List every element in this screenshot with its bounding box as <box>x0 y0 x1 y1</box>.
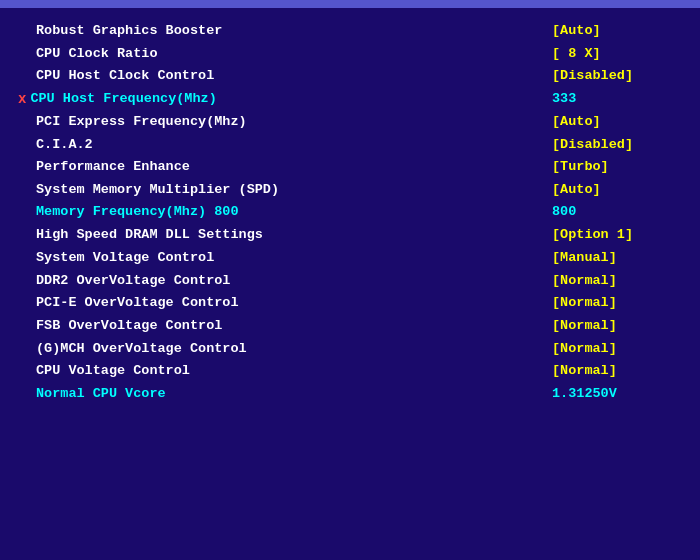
value-cpu-host-clock-control: [Disabled] <box>552 66 682 86</box>
bios-screen: Robust Graphics Booster[Auto]CPU Clock R… <box>0 0 700 560</box>
value-cpu-clock-ratio: [ 8 X] <box>552 44 682 64</box>
bios-row-memory-frequency: Memory Frequency(Mhz) 800800 <box>18 202 682 222</box>
value-pci-express-frequency: [Auto] <box>552 112 682 132</box>
label-cpu-voltage-control: CPU Voltage Control <box>36 361 552 381</box>
bios-row-cpu-voltage-control: CPU Voltage Control[Normal] <box>18 361 682 381</box>
label-system-voltage-control: System Voltage Control <box>36 248 552 268</box>
label-high-speed-dram: High Speed DRAM DLL Settings <box>36 225 552 245</box>
voltage-rows-container: System Voltage Control[Manual]DDR2 OverV… <box>18 248 682 403</box>
value-high-speed-dram: [Option 1] <box>552 225 682 245</box>
label-cpu-clock-ratio: CPU Clock Ratio <box>36 44 552 64</box>
label-pci-express-frequency: PCI Express Frequency(Mhz) <box>36 112 552 132</box>
x-marker-icon: x <box>18 89 26 109</box>
bios-row-fsb-overvoltage-control: FSB OverVoltage Control[Normal] <box>18 316 682 336</box>
bios-row-normal-cpu-vcore: Normal CPU Vcore1.31250V <box>18 384 682 404</box>
bios-row-robust-graphics-booster: Robust Graphics Booster[Auto] <box>18 21 682 41</box>
label-ddr2-overvoltage-control: DDR2 OverVoltage Control <box>36 271 552 291</box>
label-normal-cpu-vcore: Normal CPU Vcore <box>36 384 552 404</box>
bios-row-high-speed-dram: High Speed DRAM DLL Settings[Option 1] <box>18 225 682 245</box>
bios-row-gmch-overvoltage-control: (G)MCH OverVoltage Control[Normal] <box>18 339 682 359</box>
bios-row-system-voltage-control: System Voltage Control[Manual] <box>18 248 682 268</box>
value-memory-frequency: 800 <box>552 202 682 222</box>
value-cpu-voltage-control: [Normal] <box>552 361 682 381</box>
main-rows-container: Robust Graphics Booster[Auto]CPU Clock R… <box>18 21 682 244</box>
label-performance-enhance: Performance Enhance <box>36 157 552 177</box>
bios-row-system-memory-multiplier: System Memory Multiplier (SPD)[Auto] <box>18 180 682 200</box>
bios-row-ddr2-overvoltage-control: DDR2 OverVoltage Control[Normal] <box>18 271 682 291</box>
value-fsb-overvoltage-control: [Normal] <box>552 316 682 336</box>
label-cpu-host-clock-control: CPU Host Clock Control <box>36 66 552 86</box>
label-fsb-overvoltage-control: FSB OverVoltage Control <box>36 316 552 336</box>
value-cia2: [Disabled] <box>552 135 682 155</box>
bios-row-cia2: C.I.A.2[Disabled] <box>18 135 682 155</box>
title-bar <box>0 0 700 8</box>
value-pci-e-overvoltage-control: [Normal] <box>552 293 682 313</box>
value-performance-enhance: [Turbo] <box>552 157 682 177</box>
value-cpu-host-frequency: 333 <box>552 89 682 109</box>
value-gmch-overvoltage-control: [Normal] <box>552 339 682 359</box>
value-ddr2-overvoltage-control: [Normal] <box>552 271 682 291</box>
label-memory-frequency: Memory Frequency(Mhz) 800 <box>36 202 552 222</box>
bios-row-performance-enhance: Performance Enhance[Turbo] <box>18 157 682 177</box>
bios-row-cpu-host-frequency: xCPU Host Frequency(Mhz)333 <box>18 89 682 109</box>
label-gmch-overvoltage-control: (G)MCH OverVoltage Control <box>36 339 552 359</box>
label-system-memory-multiplier: System Memory Multiplier (SPD) <box>36 180 552 200</box>
label-robust-graphics-booster: Robust Graphics Booster <box>36 21 552 41</box>
value-robust-graphics-booster: [Auto] <box>552 21 682 41</box>
value-normal-cpu-vcore: 1.31250V <box>552 384 682 404</box>
label-pci-e-overvoltage-control: PCI-E OverVoltage Control <box>36 293 552 313</box>
value-system-memory-multiplier: [Auto] <box>552 180 682 200</box>
bios-row-pci-e-overvoltage-control: PCI-E OverVoltage Control[Normal] <box>18 293 682 313</box>
bios-row-cpu-host-clock-control: CPU Host Clock Control[Disabled] <box>18 66 682 86</box>
bios-row-pci-express-frequency: PCI Express Frequency(Mhz)[Auto] <box>18 112 682 132</box>
bios-row-cpu-clock-ratio: CPU Clock Ratio[ 8 X] <box>18 44 682 64</box>
bios-content: Robust Graphics Booster[Auto]CPU Clock R… <box>0 8 700 416</box>
label-cia2: C.I.A.2 <box>36 135 552 155</box>
value-system-voltage-control: [Manual] <box>552 248 682 268</box>
label-cpu-host-frequency: CPU Host Frequency(Mhz) <box>30 89 552 109</box>
